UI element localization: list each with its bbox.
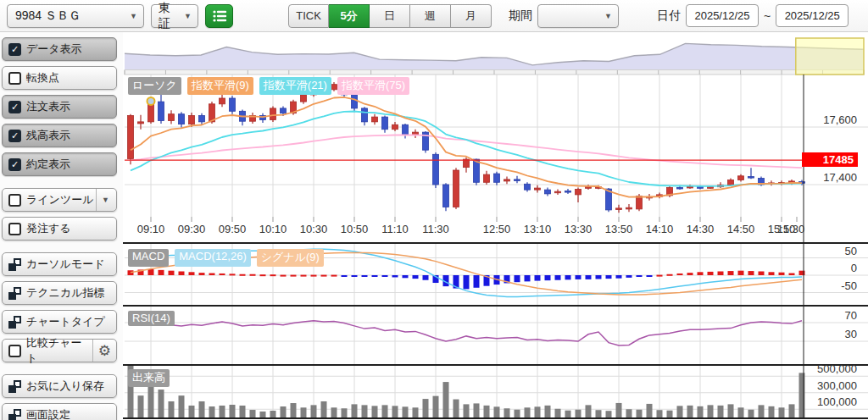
svg-text:10:50: 10:50	[341, 223, 369, 235]
sidebar-item-cursor-mode[interactable]: カーソルモード	[2, 252, 117, 276]
legend-badge: MACD(12,26)	[175, 249, 250, 267]
gear-icon[interactable]: ⚙	[98, 344, 111, 358]
svg-text:500,000: 500,000	[817, 362, 857, 375]
legend-badge: 指数平滑(21)	[259, 77, 331, 95]
svg-text:11:10: 11:10	[381, 223, 409, 235]
candlesticks	[128, 81, 805, 213]
checkbox-icon[interactable]	[8, 194, 21, 207]
chart-application: 9984 ＳＢＧ ▼ 東証 ▼ TICK5分日週月 期間 ▼ 日付 2025/1…	[0, 0, 868, 420]
svg-text:09:10: 09:10	[137, 223, 165, 235]
svg-text:14:30: 14:30	[687, 223, 715, 235]
svg-text:13:10: 13:10	[524, 223, 552, 235]
sidebar-item-label: 約定表示	[26, 157, 70, 172]
order-marker[interactable]	[147, 97, 155, 105]
period-label: 期間	[509, 8, 532, 24]
sidebar-item-label: 発注する	[26, 221, 71, 236]
sidebar-item-label: 転換点	[26, 70, 59, 86]
checkbox-icon[interactable]	[8, 223, 21, 235]
tab-TICK[interactable]: TICK	[288, 4, 329, 28]
sidebar-item-chart-type[interactable]: チャートタイプ	[2, 310, 117, 334]
sidebar-item-data-display[interactable]: ✓データ表示	[2, 37, 117, 61]
svg-text:14:10: 14:10	[646, 223, 674, 235]
overlap-windows-icon	[8, 287, 21, 300]
rsi-panel	[131, 321, 802, 345]
legend-badge: RSI(14)	[128, 311, 175, 326]
date-range-separator: ~	[764, 9, 771, 23]
svg-text:10:30: 10:30	[300, 223, 328, 235]
sidebar-item-order-display[interactable]: ✓注文表示	[2, 95, 117, 119]
sidebar-item-line-tool[interactable]: ラインツール▼	[2, 188, 117, 212]
legend-badge: 指数平滑(9)	[187, 77, 253, 95]
legend-badge: 指数平滑(75)	[337, 77, 409, 95]
sidebar-item-label: 画面設定	[26, 407, 70, 420]
overlap-windows-icon	[8, 409, 21, 420]
x-axis: 09:1009:3009:5010:1010:3010:5011:1011:30…	[137, 217, 805, 235]
rsi-legend: RSI(14)	[128, 311, 175, 326]
price-chart-legend: ローソク指数平滑(9)指数平滑(21)指数平滑(75)	[128, 77, 409, 95]
macd-legend: MACDMACD(12,26)シグナル(9)	[128, 249, 324, 267]
svg-text:12:50: 12:50	[483, 223, 511, 235]
tab-月[interactable]: 月	[451, 4, 492, 28]
volume-panel	[128, 366, 805, 417]
svg-text:13:50: 13:50	[605, 223, 633, 235]
watchlist-button[interactable]	[205, 4, 233, 28]
symbol-select-value: 9984 ＳＢＧ	[15, 8, 81, 24]
date-to-input[interactable]: 2025/12/25	[776, 4, 849, 27]
checkbox-icon[interactable]	[8, 345, 21, 357]
sidebar-item-screen-settings[interactable]: 画面設定	[2, 403, 117, 420]
exchange-select-value: 東証	[159, 1, 178, 31]
svg-text:50: 50	[845, 245, 857, 257]
checkbox-icon[interactable]: ✓	[8, 158, 21, 171]
toolbar: 9984 ＳＢＧ ▼ 東証 ▼ TICK5分日週月 期間 ▼ 日付 2025/1…	[0, 0, 868, 32]
sidebar-item-compare-chart[interactable]: 比較チャート⚙	[2, 339, 117, 362]
sidebar-item-technical-indicator[interactable]: テクニカル指標	[2, 281, 117, 305]
svg-text:11:30: 11:30	[422, 223, 449, 235]
date-from-input[interactable]: 2025/12/25	[686, 4, 759, 27]
chevron-down-icon: ▼	[178, 12, 198, 20]
svg-text:30: 30	[845, 328, 857, 340]
tab-週[interactable]: 週	[410, 4, 451, 28]
checkbox-icon[interactable]: ✓	[8, 101, 21, 113]
ema-lines	[131, 97, 802, 197]
sidebar-item-label: カーソルモード	[26, 257, 105, 272]
sidebar-item-label: お気に入り保存	[26, 379, 104, 394]
sidebar-item-label: 注文表示	[26, 99, 70, 114]
sidebar-item-save-favorite[interactable]: お気に入り保存	[2, 374, 117, 398]
legend-badge: シグナル(9)	[257, 249, 324, 267]
sidebar-item-execution-display[interactable]: ✓約定表示	[2, 152, 117, 176]
tab-5分[interactable]: 5分	[329, 4, 370, 28]
panel-separators	[123, 75, 868, 418]
svg-text:300,000: 300,000	[817, 379, 857, 392]
checkbox-icon[interactable]: ✓	[8, 43, 21, 56]
checkbox-icon[interactable]	[8, 72, 21, 85]
svg-text:100,000: 100,000	[817, 395, 857, 408]
svg-text:15:30: 15:30	[777, 223, 805, 235]
sidebar-item-label: テクニカル指標	[26, 285, 105, 301]
date-label: 日付	[657, 8, 681, 24]
svg-text:09:50: 09:50	[219, 223, 247, 235]
overlap-windows-icon	[8, 380, 21, 393]
svg-text:13:30: 13:30	[565, 223, 593, 235]
symbol-select[interactable]: 9984 ＳＢＧ ▼	[7, 4, 144, 28]
overlap-windows-icon	[8, 316, 21, 329]
period-select[interactable]: ▼	[537, 4, 619, 28]
navigator	[125, 38, 864, 75]
svg-text:17,600: 17,600	[823, 113, 857, 126]
chevron-down-icon: ▼	[124, 12, 143, 20]
list-icon	[212, 9, 227, 23]
tab-日[interactable]: 日	[370, 4, 410, 28]
chevron-down-icon[interactable]: ▼	[102, 196, 109, 204]
exchange-select[interactable]: 東証 ▼	[151, 4, 198, 28]
sidebar-item-turning-point[interactable]: 転換点	[2, 66, 117, 90]
svg-text:0: 0	[851, 262, 857, 274]
sidebar-item-label: データ表示	[26, 41, 82, 57]
svg-text:17,400: 17,400	[823, 171, 857, 184]
svg-text:10:10: 10:10	[259, 223, 287, 235]
checkbox-icon[interactable]: ✓	[8, 130, 21, 142]
svg-text:09:30: 09:30	[178, 223, 206, 235]
current-price-badge: 17485	[802, 152, 858, 167]
sidebar-item-balance-display[interactable]: ✓残高表示	[2, 124, 117, 147]
navigator-selection[interactable]	[796, 38, 864, 75]
svg-text:14:50: 14:50	[727, 223, 755, 235]
sidebar-item-place-order[interactable]: 発注する	[2, 217, 117, 240]
